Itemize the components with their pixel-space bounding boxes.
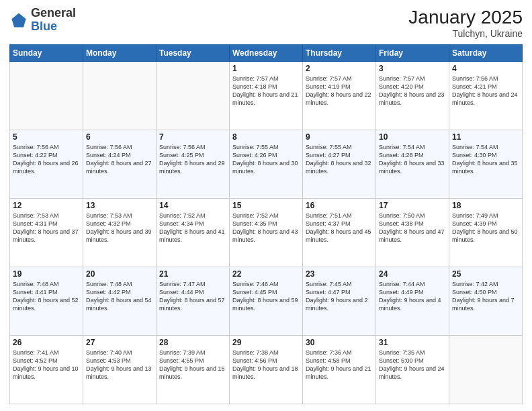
location: Tulchyn, Ukraine (408, 28, 523, 39)
day-content: Sunrise: 7:45 AM Sunset: 4:47 PM Dayligh… (306, 280, 373, 313)
day-content: Sunrise: 7:56 AM Sunset: 4:22 PM Dayligh… (13, 143, 80, 176)
svg-marker-0 (12, 13, 26, 27)
calendar-day-header: Saturday (449, 45, 523, 62)
day-content: Sunrise: 7:44 AM Sunset: 4:49 PM Dayligh… (379, 280, 446, 313)
day-number: 25 (452, 269, 519, 279)
calendar-cell: 29Sunrise: 7:38 AM Sunset: 4:56 PM Dayli… (230, 336, 303, 404)
day-number: 24 (379, 269, 446, 279)
day-content: Sunrise: 7:56 AM Sunset: 4:25 PM Dayligh… (159, 143, 226, 176)
calendar-cell: 10Sunrise: 7:54 AM Sunset: 4:28 PM Dayli… (376, 130, 449, 199)
day-content: Sunrise: 7:39 AM Sunset: 4:55 PM Dayligh… (159, 349, 226, 381)
calendar-day-header: Monday (83, 45, 157, 62)
day-content: Sunrise: 7:50 AM Sunset: 4:38 PM Dayligh… (379, 212, 446, 244)
calendar-cell: 25Sunrise: 7:42 AM Sunset: 4:50 PM Dayli… (449, 267, 523, 336)
calendar-cell: 15Sunrise: 7:52 AM Sunset: 4:35 PM Dayli… (230, 199, 303, 267)
day-number: 5 (13, 132, 80, 142)
day-content: Sunrise: 7:51 AM Sunset: 4:37 PM Dayligh… (306, 212, 373, 244)
calendar-cell: 20Sunrise: 7:48 AM Sunset: 4:42 PM Dayli… (83, 267, 157, 336)
calendar-cell: 9Sunrise: 7:55 AM Sunset: 4:27 PM Daylig… (303, 130, 376, 199)
day-number: 17 (379, 201, 446, 210)
calendar-cell: 5Sunrise: 7:56 AM Sunset: 4:22 PM Daylig… (10, 130, 83, 199)
day-content: Sunrise: 7:54 AM Sunset: 4:28 PM Dayligh… (379, 143, 446, 176)
calendar-cell: 2Sunrise: 7:57 AM Sunset: 4:19 PM Daylig… (303, 62, 376, 130)
day-content: Sunrise: 7:48 AM Sunset: 4:41 PM Dayligh… (13, 280, 80, 313)
calendar-cell: 18Sunrise: 7:49 AM Sunset: 4:39 PM Dayli… (449, 199, 523, 267)
logo-icon (9, 11, 28, 30)
day-content: Sunrise: 7:57 AM Sunset: 4:20 PM Dayligh… (379, 75, 446, 107)
day-content: Sunrise: 7:52 AM Sunset: 4:34 PM Dayligh… (159, 212, 226, 244)
day-content: Sunrise: 7:40 AM Sunset: 4:53 PM Dayligh… (86, 349, 153, 381)
day-content: Sunrise: 7:56 AM Sunset: 4:21 PM Dayligh… (452, 75, 519, 107)
calendar-cell: 28Sunrise: 7:39 AM Sunset: 4:55 PM Dayli… (157, 336, 230, 404)
calendar-cell: 27Sunrise: 7:40 AM Sunset: 4:53 PM Dayli… (83, 336, 157, 404)
calendar-week-row: 5Sunrise: 7:56 AM Sunset: 4:22 PM Daylig… (10, 130, 523, 199)
day-number: 11 (452, 132, 519, 142)
day-content: Sunrise: 7:55 AM Sunset: 4:26 PM Dayligh… (232, 143, 300, 176)
calendar-cell: 22Sunrise: 7:46 AM Sunset: 4:45 PM Dayli… (230, 267, 303, 336)
calendar-cell: 11Sunrise: 7:54 AM Sunset: 4:30 PM Dayli… (449, 130, 523, 199)
calendar-cell: 16Sunrise: 7:51 AM Sunset: 4:37 PM Dayli… (303, 199, 376, 267)
day-number: 22 (232, 269, 300, 279)
calendar-day-header: Friday (376, 45, 449, 62)
calendar-cell: 21Sunrise: 7:47 AM Sunset: 4:44 PM Dayli… (157, 267, 230, 336)
calendar-cell: 1Sunrise: 7:57 AM Sunset: 4:18 PM Daylig… (230, 62, 303, 130)
day-number: 6 (86, 132, 153, 142)
day-number: 7 (159, 132, 226, 142)
day-content: Sunrise: 7:53 AM Sunset: 4:32 PM Dayligh… (86, 212, 153, 244)
day-number: 20 (86, 269, 153, 279)
calendar-cell: 3Sunrise: 7:57 AM Sunset: 4:20 PM Daylig… (376, 62, 449, 130)
day-content: Sunrise: 7:42 AM Sunset: 4:50 PM Dayligh… (452, 280, 519, 313)
calendar-day-header: Sunday (10, 45, 83, 62)
calendar-cell: 31Sunrise: 7:35 AM Sunset: 5:00 PM Dayli… (376, 336, 449, 404)
day-content: Sunrise: 7:35 AM Sunset: 5:00 PM Dayligh… (379, 349, 446, 381)
day-number: 31 (379, 338, 446, 347)
calendar-week-row: 1Sunrise: 7:57 AM Sunset: 4:18 PM Daylig… (10, 62, 523, 130)
day-number: 27 (86, 338, 153, 347)
day-content: Sunrise: 7:48 AM Sunset: 4:42 PM Dayligh… (86, 280, 153, 313)
page: General Blue January 2025 Tulchyn, Ukrai… (0, 0, 532, 411)
day-content: Sunrise: 7:54 AM Sunset: 4:30 PM Dayligh… (452, 143, 519, 176)
calendar-cell: 24Sunrise: 7:44 AM Sunset: 4:49 PM Dayli… (376, 267, 449, 336)
calendar-cell: 14Sunrise: 7:52 AM Sunset: 4:34 PM Dayli… (157, 199, 230, 267)
calendar-cell: 12Sunrise: 7:53 AM Sunset: 4:31 PM Dayli… (10, 199, 83, 267)
calendar-day-header: Tuesday (157, 45, 230, 62)
day-number: 2 (306, 64, 373, 73)
day-content: Sunrise: 7:57 AM Sunset: 4:19 PM Dayligh… (306, 75, 373, 107)
calendar-week-row: 19Sunrise: 7:48 AM Sunset: 4:41 PM Dayli… (10, 267, 523, 336)
calendar-cell: 13Sunrise: 7:53 AM Sunset: 4:32 PM Dayli… (83, 199, 157, 267)
calendar-cell: 26Sunrise: 7:41 AM Sunset: 4:52 PM Dayli… (10, 336, 83, 404)
day-number: 1 (232, 64, 300, 73)
day-number: 12 (13, 201, 80, 210)
day-content: Sunrise: 7:36 AM Sunset: 4:58 PM Dayligh… (306, 349, 373, 381)
day-number: 10 (379, 132, 446, 142)
day-number: 21 (159, 269, 226, 279)
calendar-cell: 7Sunrise: 7:56 AM Sunset: 4:25 PM Daylig… (157, 130, 230, 199)
calendar-week-row: 26Sunrise: 7:41 AM Sunset: 4:52 PM Dayli… (10, 336, 523, 404)
day-content: Sunrise: 7:55 AM Sunset: 4:27 PM Dayligh… (306, 143, 373, 176)
day-number: 8 (232, 132, 300, 142)
day-content: Sunrise: 7:38 AM Sunset: 4:56 PM Dayligh… (232, 349, 300, 381)
title-block: January 2025 Tulchyn, Ukraine (408, 7, 523, 39)
calendar: SundayMondayTuesdayWednesdayThursdayFrid… (9, 44, 523, 404)
calendar-cell (449, 336, 523, 404)
day-content: Sunrise: 7:41 AM Sunset: 4:52 PM Dayligh… (13, 349, 80, 381)
day-number: 19 (13, 269, 80, 279)
day-content: Sunrise: 7:57 AM Sunset: 4:18 PM Dayligh… (232, 75, 300, 107)
calendar-cell: 6Sunrise: 7:56 AM Sunset: 4:24 PM Daylig… (83, 130, 157, 199)
day-number: 23 (306, 269, 373, 279)
logo-general-text: General (31, 6, 76, 19)
day-content: Sunrise: 7:49 AM Sunset: 4:39 PM Dayligh… (452, 212, 519, 244)
day-content: Sunrise: 7:47 AM Sunset: 4:44 PM Dayligh… (159, 280, 226, 313)
calendar-cell: 30Sunrise: 7:36 AM Sunset: 4:58 PM Dayli… (303, 336, 376, 404)
calendar-day-header: Thursday (303, 45, 376, 62)
calendar-week-row: 12Sunrise: 7:53 AM Sunset: 4:31 PM Dayli… (10, 199, 523, 267)
calendar-cell (10, 62, 83, 130)
day-content: Sunrise: 7:46 AM Sunset: 4:45 PM Dayligh… (232, 280, 300, 313)
calendar-cell (83, 62, 157, 130)
day-number: 9 (306, 132, 373, 142)
calendar-day-header: Wednesday (230, 45, 303, 62)
day-number: 3 (379, 64, 446, 73)
calendar-cell: 17Sunrise: 7:50 AM Sunset: 4:38 PM Dayli… (376, 199, 449, 267)
day-number: 26 (13, 338, 80, 347)
calendar-cell: 4Sunrise: 7:56 AM Sunset: 4:21 PM Daylig… (449, 62, 523, 130)
